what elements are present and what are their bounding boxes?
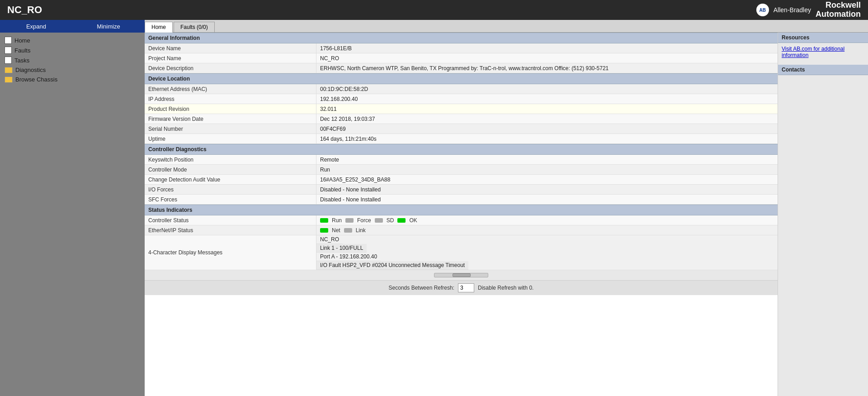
table-row: Controller Status Run Force SD OK xyxy=(145,215,778,225)
seconds-input[interactable] xyxy=(458,283,474,292)
uptime-value: 164 days, 11h:21m:40s xyxy=(316,134,778,143)
link-led-label: Link xyxy=(356,227,366,234)
controller-status-indicators: Run Force SD OK xyxy=(320,217,417,224)
mac-value: 00:1D:9C:DE:58:2D xyxy=(316,84,778,94)
content-area: Home Faults (0/0) General Information De… xyxy=(145,20,868,396)
io-forces-value: Disabled - None Installed xyxy=(316,185,778,194)
tab-home[interactable]: Home xyxy=(145,22,173,33)
tab-faults[interactable]: Faults (0/0) xyxy=(174,22,215,32)
status-indicators-header: Status Indicators xyxy=(145,205,778,215)
uptime-label: Uptime xyxy=(145,134,316,143)
ok-led xyxy=(397,218,406,223)
project-name-label: Project Name xyxy=(145,53,316,63)
display-message-3: Port A - 192.168.200.40 xyxy=(316,253,381,261)
table-row: Change Detection Audit Value 16#A3A5_E25… xyxy=(145,175,778,185)
app-title: NC_RO xyxy=(7,4,42,16)
table-row: Device Description ERHWSC, North Cameron… xyxy=(145,63,778,73)
controller-mode-label: Controller Mode xyxy=(145,165,316,174)
horizontal-scrollbar[interactable] xyxy=(434,273,488,277)
scrollbar-area xyxy=(145,270,778,280)
scrollbar-thumb[interactable] xyxy=(453,273,471,277)
mac-label: Ethernet Address (MAC) xyxy=(145,84,316,94)
device-desc-value: ERHWSC, North Cameron WTP, San Benito, T… xyxy=(316,63,778,73)
sidebar-header: Expand Minimize xyxy=(0,20,145,33)
sd-led xyxy=(375,218,383,223)
table-row: Firmware Version Date Dec 12 2018, 19:03… xyxy=(145,114,778,124)
browse-chassis-folder-icon xyxy=(5,76,13,83)
logo-area: AB Allen-Bradley Rockwell Automation xyxy=(756,1,861,19)
run-led xyxy=(320,218,328,223)
change-detection-value: 16#A3A5_E252_34D8_BA88 xyxy=(316,175,778,184)
force-led-label: Force xyxy=(357,217,371,224)
tasks-icon xyxy=(5,57,12,64)
sfc-forces-label: SFC Forces xyxy=(145,195,316,204)
table-row: IP Address 192.168.200.40 xyxy=(145,94,778,104)
net-led xyxy=(320,228,328,233)
controller-status-label: Controller Status xyxy=(145,215,316,225)
display-message-1: NC_RO xyxy=(316,235,343,244)
content-body: General Information Device Name 1756-L81… xyxy=(145,33,868,396)
firmware-date-value: Dec 12 2018, 19:03:37 xyxy=(316,114,778,124)
right-panel: Resources Visit AB.com for additional in… xyxy=(778,33,868,396)
footer: Seconds Between Refresh: Disable Refresh… xyxy=(145,280,778,295)
tabs: Home Faults (0/0) xyxy=(145,20,868,33)
display-messages-label: 4-Character Display Messages xyxy=(145,235,316,270)
serial-label: Serial Number xyxy=(145,124,316,134)
table-row: Project Name NC_RO xyxy=(145,53,778,63)
main-content: General Information Device Name 1756-L81… xyxy=(145,33,778,396)
controller-status-value: Run Force SD OK xyxy=(316,215,778,225)
sidebar-item-browse-chassis[interactable]: Browse Chassis xyxy=(0,75,145,84)
display-message-4: I/O Fault HSP2_VFD #0204 Unconnected Mes… xyxy=(316,261,468,270)
firmware-date-label: Firmware Version Date xyxy=(145,114,316,124)
controller-diag-header: Controller Diagnostics xyxy=(145,144,778,155)
ethernet-status-value: Net Link xyxy=(316,225,778,235)
sfc-forces-value: Disabled - None Installed xyxy=(316,195,778,204)
table-row: Controller Mode Run xyxy=(145,165,778,175)
ok-led-label: OK xyxy=(409,217,417,224)
product-rev-value: 32.011 xyxy=(316,104,778,114)
sd-led-label: SD xyxy=(387,217,394,224)
sidebar-item-faults[interactable]: Faults xyxy=(0,45,145,55)
sidebar-item-tasks[interactable]: Tasks xyxy=(0,55,145,65)
device-name-label: Device Name xyxy=(145,43,316,53)
expand-button[interactable]: Expand xyxy=(0,20,72,33)
sidebar-item-diagnostics[interactable]: Diagnostics xyxy=(0,65,145,75)
ip-label: IP Address xyxy=(145,94,316,104)
net-led-label: Net xyxy=(332,227,340,234)
header: NC_RO AB Allen-Bradley Rockwell Automati… xyxy=(0,0,868,20)
product-rev-label: Product Revision xyxy=(145,104,316,114)
device-location-header: Device Location xyxy=(145,73,778,84)
force-led xyxy=(345,218,354,223)
device-desc-label: Device Description xyxy=(145,63,316,73)
ab-com-link[interactable]: Visit AB.com for additional information xyxy=(778,43,868,61)
disable-label: Disable Refresh with 0. xyxy=(478,285,533,291)
table-row: Device Name 1756-L81E/B xyxy=(145,43,778,53)
io-forces-label: I/O Forces xyxy=(145,185,316,194)
general-info-header: General Information xyxy=(145,33,778,43)
ab-logo: AB xyxy=(756,4,769,16)
table-row: 4-Character Display Messages NC_RO Link … xyxy=(145,235,778,270)
home-icon xyxy=(5,37,12,44)
rockwell-label: Rockwell Automation xyxy=(816,1,861,19)
main-layout: Expand Minimize Home Faults Tasks Diagno… xyxy=(0,20,868,396)
table-row: Serial Number 00F4CF69 xyxy=(145,124,778,134)
ip-value: 192.168.200.40 xyxy=(316,94,778,104)
allen-bradley-label: Allen-Bradley xyxy=(774,6,811,14)
keyswitch-value: Remote xyxy=(316,155,778,164)
display-messages-value: NC_RO Link 1 - 100/FULL Port A - 192.168… xyxy=(316,235,778,270)
sidebar-nav: Home Faults Tasks Diagnostics Browse Cha… xyxy=(0,33,145,87)
table-row: Keyswitch Position Remote xyxy=(145,155,778,165)
change-detection-label: Change Detection Audit Value xyxy=(145,175,316,184)
project-name-value: NC_RO xyxy=(316,53,778,63)
sidebar-item-tasks-label: Tasks xyxy=(14,57,29,64)
table-row: EtherNet/IP Status Net Link xyxy=(145,225,778,235)
table-row: Uptime 164 days, 11h:21m:40s xyxy=(145,134,778,144)
ethernet-status-indicators: Net Link xyxy=(320,227,366,234)
sidebar-item-home-label: Home xyxy=(14,37,30,44)
table-row: SFC Forces Disabled - None Installed xyxy=(145,195,778,205)
sidebar-item-home[interactable]: Home xyxy=(0,35,145,45)
seconds-label: Seconds Between Refresh: xyxy=(389,285,454,291)
sidebar-item-browse-chassis-label: Browse Chassis xyxy=(15,76,57,83)
minimize-button[interactable]: Minimize xyxy=(72,20,145,33)
keyswitch-label: Keyswitch Position xyxy=(145,155,316,164)
